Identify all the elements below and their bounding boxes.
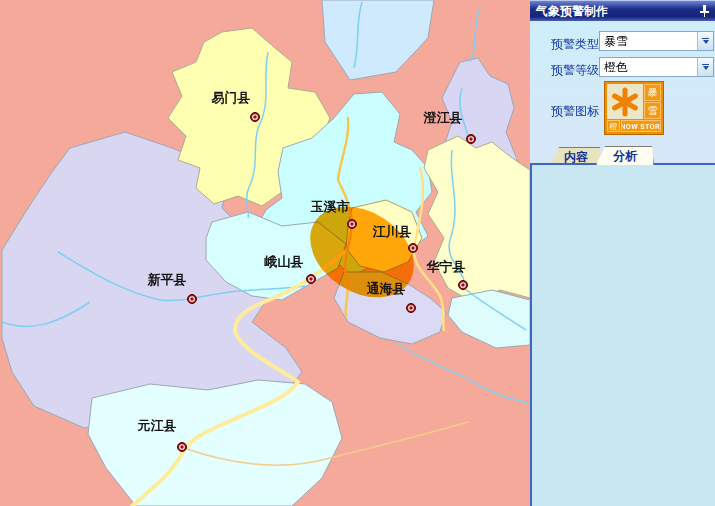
city-marker — [178, 443, 187, 452]
dropdown-arrow-icon[interactable] — [697, 32, 713, 50]
weather-warning-app: 易门县澄江县玉溪市江川县华宁县峨山县通海县新平县元江县 气象预警制作 预警类型 … — [0, 0, 715, 506]
city-marker — [188, 295, 197, 304]
warning-word-top: 暴 — [644, 84, 661, 101]
analysis-tab-panel — [530, 163, 715, 506]
snowflake-icon — [607, 84, 643, 119]
city-marker — [467, 135, 476, 144]
warning-word-bottom: 雪 — [644, 102, 661, 119]
dropdown-arrow-icon[interactable] — [697, 58, 713, 76]
city-marker — [251, 113, 260, 122]
city-marker — [348, 220, 357, 229]
map-canvas[interactable]: 易门县澄江县玉溪市江川县华宁县峨山县通海县新平县元江县 — [0, 0, 530, 506]
county-label: 澄江县 — [423, 110, 463, 125]
city-marker — [307, 275, 316, 284]
warning-level-label: 预警等级 — [551, 62, 599, 79]
warning-level-short: 橙 — [607, 120, 620, 132]
tab-analysis[interactable]: 分析 — [596, 146, 654, 165]
city-marker — [407, 304, 416, 313]
warning-level-combobox[interactable]: 橙色 — [599, 57, 714, 77]
county-label: 通海县 — [367, 281, 406, 296]
warning-caption: SNOW STORM — [621, 120, 661, 132]
warning-maker-panel: 气象预警制作 预警类型 暴雪 预警等级 橙色 预警图标 — [530, 0, 715, 506]
panel-title: 气象预警制作 — [536, 3, 699, 20]
pin-icon[interactable] — [699, 4, 709, 18]
warning-level-value: 橙色 — [604, 59, 628, 76]
warning-type-combobox[interactable]: 暴雪 — [599, 31, 714, 51]
county-label: 华宁县 — [426, 259, 466, 274]
county-label: 易门县 — [211, 90, 251, 105]
panel-titlebar: 气象预警制作 — [530, 0, 715, 21]
city-marker — [459, 281, 468, 290]
snowstorm-warning-icon: 暴 雪 橙 SNOW STORM — [604, 81, 664, 135]
warning-type-value: 暴雪 — [604, 33, 628, 50]
county-label: 江川县 — [373, 224, 412, 239]
county-yuanjiang — [88, 380, 342, 506]
county-label: 元江县 — [137, 418, 177, 433]
warning-type-label: 预警类型 — [551, 36, 599, 53]
county-label: 新平县 — [147, 272, 187, 287]
city-marker — [409, 244, 418, 253]
county-label: 玉溪市 — [311, 199, 350, 214]
warning-icon-label: 预警图标 — [551, 103, 599, 120]
warning-icon-words: 暴 雪 — [644, 84, 661, 119]
warning-icon-footer: 橙 SNOW STORM — [607, 120, 661, 132]
county-label: 峨山县 — [264, 254, 304, 269]
